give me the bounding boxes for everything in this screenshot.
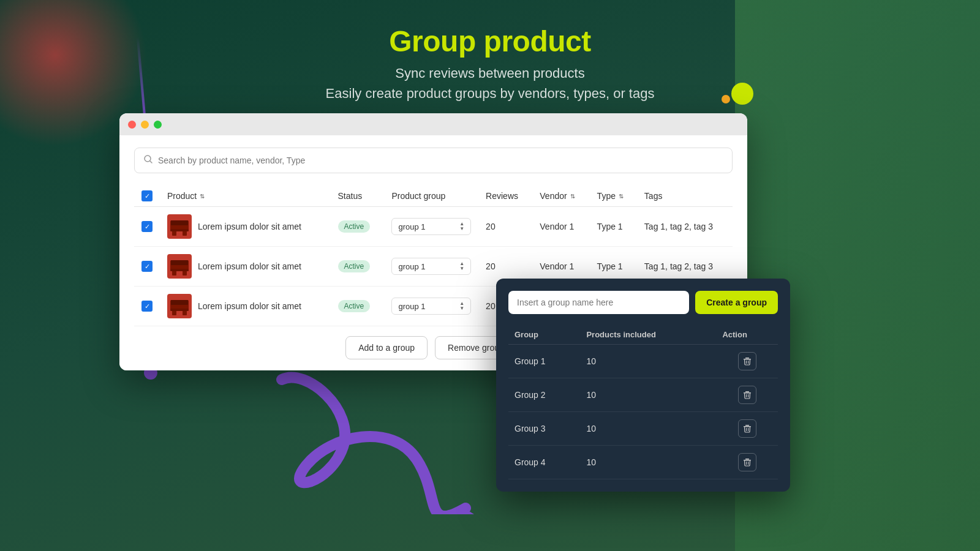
group-name-input[interactable] bbox=[508, 291, 689, 314]
group-table: Group Products included Action Group 1 1… bbox=[508, 325, 778, 479]
status-badge-1: Active bbox=[338, 260, 371, 272]
traffic-light-green[interactable] bbox=[154, 121, 162, 129]
group-select-value-1: group 1 bbox=[398, 262, 425, 271]
delete-group-button-2[interactable] bbox=[738, 419, 756, 438]
svg-line-1 bbox=[150, 161, 152, 163]
page-title: Group product bbox=[0, 24, 980, 58]
svg-rect-25 bbox=[744, 426, 751, 427]
delete-group-button-0[interactable] bbox=[738, 352, 756, 370]
table-row: ✓ Lorem ipsum dolor sit amet Ac bbox=[134, 207, 733, 247]
purple-swirl bbox=[233, 361, 508, 514]
create-group-button[interactable]: Create a group bbox=[695, 291, 778, 314]
svg-rect-22 bbox=[745, 391, 749, 392]
delete-group-button-1[interactable] bbox=[738, 386, 756, 404]
window-titlebar bbox=[119, 113, 747, 135]
subtitle-line2: Easily create product groups by vendors,… bbox=[326, 86, 655, 101]
header-section: Group product Sync reviews between produ… bbox=[0, 24, 980, 103]
group-products-cell-2: 10 bbox=[580, 412, 716, 446]
col-header-type: Type ⇅ bbox=[597, 191, 624, 201]
svg-rect-18 bbox=[745, 358, 749, 359]
svg-rect-3 bbox=[171, 220, 188, 225]
product-cell-2: Lorem ipsum dolor sit amet bbox=[167, 294, 323, 318]
group-select-value-2: group 1 bbox=[398, 302, 425, 311]
col-header-product: Product ⇅ bbox=[167, 191, 205, 201]
group-products-cell-3: 10 bbox=[580, 446, 716, 479]
col-header-reviews: Reviews bbox=[478, 186, 532, 207]
group-select-0[interactable]: group 1 ▲ ▼ bbox=[391, 218, 471, 235]
col-header-status: Status bbox=[331, 186, 385, 207]
row-checkbox-0[interactable]: ✓ bbox=[141, 221, 153, 232]
delete-group-button-3[interactable] bbox=[738, 453, 756, 471]
tags-cell-0: Tag 1, tag 2, tag 3 bbox=[637, 207, 733, 247]
status-badge-2: Active bbox=[338, 300, 371, 312]
row-checkbox-1[interactable]: ✓ bbox=[141, 261, 153, 272]
add-to-group-button[interactable]: Add to a group bbox=[345, 336, 428, 359]
select-all-checkbox[interactable]: ✓ bbox=[141, 190, 153, 201]
select-arrows-2: ▲ ▼ bbox=[459, 301, 464, 311]
group-name-cell-2: Group 3 bbox=[508, 412, 580, 446]
col-header-group: Product group bbox=[384, 186, 478, 207]
product-name-0: Lorem ipsum dolor sit amet bbox=[198, 222, 301, 231]
group-name-cell-3: Group 4 bbox=[508, 446, 580, 479]
group-select-2[interactable]: group 1 ▲ ▼ bbox=[391, 298, 471, 315]
traffic-light-yellow[interactable] bbox=[141, 121, 149, 129]
svg-rect-11 bbox=[170, 269, 189, 271]
traffic-light-red[interactable] bbox=[128, 121, 136, 129]
product-sort-icon: ⇅ bbox=[200, 193, 205, 200]
search-input[interactable] bbox=[158, 156, 723, 165]
product-image-1 bbox=[167, 254, 192, 279]
status-badge-0: Active bbox=[338, 220, 371, 233]
popup-panel: Create a group Group Products included A… bbox=[496, 279, 790, 492]
page-subtitle: Sync reviews between products Easily cre… bbox=[0, 63, 980, 103]
popup-header-row: Create a group bbox=[508, 291, 778, 314]
reviews-cell-0: 20 bbox=[478, 207, 532, 247]
product-cell-0: Lorem ipsum dolor sit amet bbox=[167, 214, 323, 239]
search-icon bbox=[143, 154, 153, 167]
svg-rect-16 bbox=[170, 309, 189, 311]
svg-rect-17 bbox=[744, 359, 751, 360]
svg-rect-21 bbox=[744, 392, 751, 394]
search-bar bbox=[134, 148, 733, 173]
group-table-row: Group 1 10 bbox=[508, 345, 778, 378]
svg-rect-8 bbox=[171, 260, 188, 265]
product-name-1: Lorem ipsum dolor sit amet bbox=[198, 261, 301, 271]
svg-rect-13 bbox=[171, 300, 188, 305]
product-image-0 bbox=[167, 214, 192, 239]
product-cell-1: Lorem ipsum dolor sit amet bbox=[167, 254, 323, 279]
subtitle-line1: Sync reviews between products bbox=[395, 66, 584, 81]
group-col-header-action: Action bbox=[716, 325, 778, 345]
svg-rect-26 bbox=[745, 425, 749, 426]
row-checkbox-2[interactable]: ✓ bbox=[141, 301, 153, 312]
group-col-header-products: Products included bbox=[580, 325, 716, 345]
group-col-header-group: Group bbox=[508, 325, 580, 345]
group-select-value-0: group 1 bbox=[398, 222, 425, 231]
select-arrows-1: ▲ ▼ bbox=[459, 261, 464, 271]
col-header-vendor: Vendor ⇅ bbox=[540, 191, 575, 201]
group-name-cell-0: Group 1 bbox=[508, 345, 580, 378]
group-table-row: Group 4 10 bbox=[508, 446, 778, 479]
svg-rect-29 bbox=[744, 460, 751, 461]
type-cell-0: Type 1 bbox=[590, 207, 637, 247]
select-arrows-0: ▲ ▼ bbox=[459, 222, 464, 231]
type-sort-icon: ⇅ bbox=[619, 193, 624, 200]
group-table-row: Group 3 10 bbox=[508, 412, 778, 446]
group-select-1[interactable]: group 1 ▲ ▼ bbox=[391, 258, 471, 275]
col-header-tags: Tags bbox=[637, 186, 733, 207]
group-name-cell-1: Group 2 bbox=[508, 378, 580, 412]
group-products-cell-0: 10 bbox=[580, 345, 716, 378]
vendor-sort-icon: ⇅ bbox=[570, 193, 575, 200]
product-name-2: Lorem ipsum dolor sit amet bbox=[198, 301, 301, 311]
group-table-row: Group 2 10 bbox=[508, 378, 778, 412]
svg-rect-6 bbox=[170, 229, 189, 231]
vendor-cell-0: Vendor 1 bbox=[532, 207, 589, 247]
svg-rect-30 bbox=[745, 459, 749, 460]
group-products-cell-1: 10 bbox=[580, 378, 716, 412]
product-image-2 bbox=[167, 294, 192, 318]
